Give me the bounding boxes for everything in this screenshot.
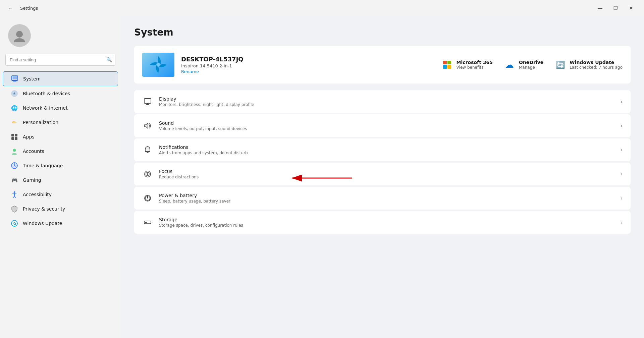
svg-rect-27 — [144, 99, 151, 103]
sidebar-item-network[interactable]: 🌐 Network & internet — [3, 101, 118, 115]
sound-sub: Volume levels, output, input, sound devi… — [159, 126, 614, 131]
svg-point-14 — [13, 149, 16, 152]
svg-point-20 — [14, 191, 15, 193]
privacy-icon — [11, 205, 18, 213]
settings-item-storage[interactable]: Storage Storage space, drives, configura… — [134, 211, 631, 234]
sidebar-item-privacy[interactable]: Privacy & security — [3, 202, 118, 216]
svg-point-26 — [156, 63, 160, 67]
svg-point-15 — [12, 153, 17, 155]
windows-update-icon: 🔄 — [554, 59, 566, 71]
bluetooth-icon: ⚡ — [11, 90, 18, 97]
svg-rect-12 — [11, 137, 14, 140]
sidebar-item-gaming[interactable]: 🎮 Gaming — [3, 173, 118, 187]
device-card: DESKTOP-4L537JQ Inspiron 14 5410 2-in-1 … — [134, 46, 631, 83]
device-actions: Microsoft 365 View benefits ☁ OneDrive M… — [441, 59, 623, 71]
svg-text:🎮: 🎮 — [11, 177, 18, 183]
page-title: System — [134, 27, 631, 38]
notifications-icon — [142, 145, 153, 155]
minimize-button[interactable]: — — [592, 3, 608, 13]
display-icon — [142, 96, 153, 107]
apps-icon — [11, 133, 18, 140]
onedrive-action[interactable]: ☁ OneDrive Manage — [503, 59, 543, 71]
power-sub: Sleep, battery usage, battery saver — [159, 199, 614, 204]
chevron-right-icon: › — [621, 171, 623, 177]
nav-list: System ⚡ Bluetooth & devices 🌐 Network &… — [0, 71, 121, 231]
svg-rect-5 — [14, 80, 15, 81]
sidebar-item-update[interactable]: Windows Update — [3, 216, 118, 230]
microsoft365-text: Microsoft 365 View benefits — [457, 60, 493, 70]
sidebar-item-accessibility[interactable]: Accessibility — [3, 187, 118, 202]
sidebar-item-label: Network & internet — [23, 105, 68, 111]
svg-line-24 — [14, 196, 16, 198]
svg-rect-13 — [15, 137, 17, 140]
close-button[interactable]: ✕ — [623, 3, 639, 13]
settings-item-focus[interactable]: Focus Reduce distractions › — [134, 163, 631, 185]
chevron-right-icon: › — [621, 123, 623, 128]
personalization-icon: ✏️ — [11, 119, 18, 126]
device-name: DESKTOP-4L537JQ — [181, 56, 434, 63]
sidebar-item-personalization[interactable]: ✏️ Personalization — [3, 115, 118, 129]
svg-point-0 — [16, 31, 23, 38]
search-input[interactable] — [5, 54, 115, 66]
onedrive-title: OneDrive — [519, 60, 543, 65]
onedrive-sub: Manage — [519, 65, 543, 70]
sidebar-item-system[interactable]: System — [3, 71, 118, 86]
chevron-right-icon: › — [621, 147, 623, 153]
window-controls: — ❐ ✕ — [592, 3, 639, 13]
device-image — [142, 53, 174, 77]
sidebar-item-apps[interactable]: Apps — [3, 130, 118, 144]
onedrive-icon: ☁ — [503, 59, 516, 71]
settings-list: Display Monitors, brightness, night ligh… — [134, 90, 631, 234]
system-icon — [11, 75, 18, 82]
sound-icon — [142, 120, 153, 131]
sidebar-item-bluetooth[interactable]: ⚡ Bluetooth & devices — [3, 87, 118, 101]
sidebar-item-label: Windows Update — [23, 221, 62, 226]
sidebar-item-label: Apps — [23, 134, 35, 139]
focus-icon — [142, 169, 153, 179]
chevron-right-icon: › — [621, 220, 623, 225]
onedrive-text: OneDrive Manage — [519, 60, 543, 70]
accessibility-icon — [11, 191, 18, 198]
maximize-button[interactable]: ❐ — [608, 3, 623, 13]
microsoft365-icon — [441, 59, 453, 71]
rename-link[interactable]: Rename — [181, 69, 434, 74]
notifications-title: Notifications — [159, 145, 614, 150]
sidebar-item-time[interactable]: Time & language — [3, 159, 118, 173]
storage-title: Storage — [159, 217, 614, 222]
sidebar: 🔍 System ⚡ Bluetooth & devices 🌐 Network… — [0, 16, 121, 338]
settings-item-power[interactable]: Power & battery Sleep, battery usage, ba… — [134, 187, 631, 210]
power-icon — [142, 193, 153, 204]
sound-text: Sound Volume levels, output, input, soun… — [159, 120, 614, 131]
windows-update-sub: Last checked: 7 hours ago — [570, 65, 623, 70]
back-button[interactable]: ← — [5, 3, 16, 13]
app-title: Settings — [20, 6, 38, 11]
settings-item-notifications[interactable]: Notifications Alerts from apps and syste… — [134, 138, 631, 161]
windows-update-title: Windows Update — [570, 60, 623, 65]
windows-update-text: Windows Update Last checked: 7 hours ago — [570, 60, 623, 70]
sidebar-item-label: Gaming — [23, 177, 41, 183]
update-icon — [11, 220, 18, 227]
sidebar-item-label: Accounts — [23, 149, 44, 154]
svg-text:🌐: 🌐 — [11, 105, 18, 111]
sidebar-item-label: System — [23, 76, 41, 81]
notifications-sub: Alerts from apps and system, do not dist… — [159, 151, 614, 155]
display-title: Display — [159, 96, 614, 102]
microsoft365-title: Microsoft 365 — [457, 60, 493, 65]
svg-point-35 — [147, 173, 148, 175]
microsoft365-action[interactable]: Microsoft 365 View benefits — [441, 59, 493, 71]
focus-text: Focus Reduce distractions — [159, 169, 614, 179]
device-model: Inspiron 14 5410 2-in-1 — [181, 63, 434, 68]
titlebar: ← Settings — ❐ ✕ — [0, 0, 644, 16]
content-area: System — [121, 16, 644, 338]
sidebar-item-label: Privacy & security — [23, 206, 65, 212]
power-title: Power & battery — [159, 193, 614, 198]
windows-update-action[interactable]: 🔄 Windows Update Last checked: 7 hours a… — [554, 59, 623, 71]
settings-item-sound[interactable]: Sound Volume levels, output, input, soun… — [134, 114, 631, 137]
svg-rect-10 — [11, 134, 14, 136]
display-text: Display Monitors, brightness, night ligh… — [159, 96, 614, 107]
settings-item-display[interactable]: Display Monitors, brightness, night ligh… — [134, 90, 631, 113]
sidebar-item-label: Personalization — [23, 120, 58, 125]
sidebar-item-accounts[interactable]: Accounts — [3, 144, 118, 158]
sidebar-item-label: Time & language — [23, 163, 63, 168]
storage-sub: Storage space, drives, configuration rul… — [159, 223, 614, 228]
